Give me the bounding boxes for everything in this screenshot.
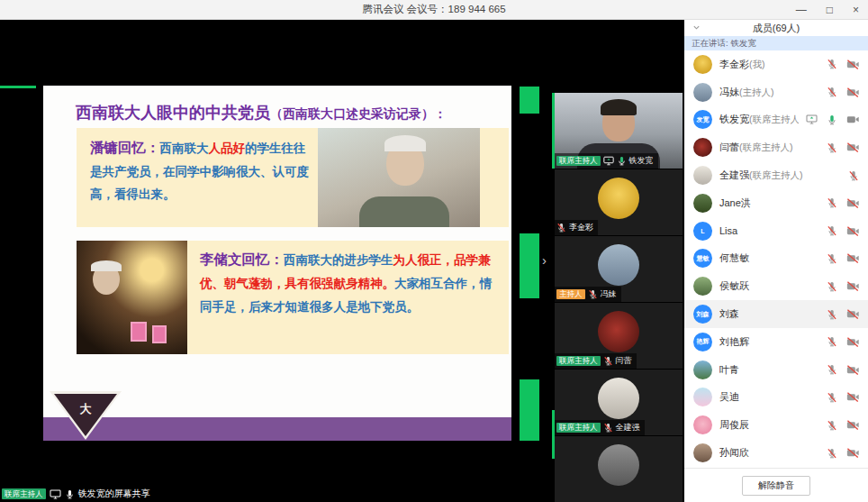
shared-screen-stage: 西南联大人眼中的中共党员（西南联大口述史采访记录）： 潘镛回忆：西南联大人品好的… (0, 20, 684, 502)
quote-segment: 潘镛回忆： (90, 140, 160, 155)
participant-name: 冯妹 (601, 288, 617, 300)
avatar (693, 277, 712, 296)
member-row[interactable]: 周俊辰 (684, 411, 868, 439)
share-border-fragment (520, 87, 539, 114)
screen-share-icon (50, 489, 61, 499)
person-silhouette (601, 99, 637, 115)
members-list: 李金彩(我) (684, 50, 868, 468)
mic-off-icon (827, 253, 837, 264)
chevron-down-icon[interactable] (692, 23, 701, 32)
avatar (693, 194, 712, 213)
avatar (693, 361, 712, 379)
role-badge: 联席主持人 (556, 156, 601, 167)
member-row[interactable]: 吴迪 (684, 384, 868, 412)
member-row[interactable]: 李金彩(我) (684, 50, 868, 78)
mic-off-icon (827, 392, 837, 403)
member-row[interactable]: L Lisa (684, 217, 868, 245)
avatar (693, 388, 712, 406)
minimize-icon[interactable]: — (796, 5, 807, 15)
share-status-bar: 联席主持人 铁发宽的屏幕共享 (2, 488, 150, 500)
titlebar: 腾讯会议 会议号：189 944 665 — □ × (0, 0, 868, 20)
member-status-icons (827, 87, 859, 97)
camera-off-icon (846, 87, 859, 97)
member-name: 孙闻欣 (719, 446, 819, 460)
avatar: L (693, 222, 712, 241)
member-status-icons (827, 336, 859, 347)
quote-block-li-chuwen: 李储文回忆：西南联大的进步学生为人很正，品学兼优、朝气蓬勃，具有很强献身精神。大… (77, 241, 509, 354)
participant-name: 全建强 (616, 422, 640, 434)
mic-off-icon (827, 197, 837, 208)
avatar: 刘森 (693, 305, 712, 324)
member-row[interactable]: 叶青 (684, 356, 868, 384)
photo-figure (152, 325, 167, 343)
photo-figure (131, 322, 147, 342)
video-tile[interactable]: 联席主持人 全建强 (555, 370, 683, 435)
mic-off-icon (603, 423, 613, 433)
camera-off-icon (846, 392, 859, 402)
mic-off-icon (556, 223, 566, 233)
video-tile[interactable]: 主持人 冯妹 (555, 236, 683, 302)
tile-label: 联席主持人 铁发宽 (555, 153, 658, 169)
mic-off-icon (827, 87, 837, 97)
member-row[interactable]: Jane洪 (684, 189, 868, 217)
member-name: 铁发宽(联席主持人) (719, 113, 799, 126)
member-status-icons (827, 142, 859, 153)
camera-off-icon (846, 59, 859, 69)
camera-on-icon (846, 114, 859, 124)
mic-off-icon (827, 281, 837, 292)
mic-off-icon (848, 170, 859, 181)
participant-name: 闫蕾 (616, 355, 632, 367)
unmute-button[interactable]: 解除静音 (742, 476, 810, 496)
member-row[interactable]: 侯敏跃 (684, 272, 868, 300)
video-tile[interactable]: 联席主持人 闫蕾 (555, 303, 683, 369)
camera-off-icon (846, 226, 859, 236)
maximize-icon[interactable]: □ (827, 5, 833, 15)
member-row[interactable]: 冯妹(主持人) (684, 78, 868, 106)
video-tile[interactable] (555, 436, 683, 502)
member-row[interactable]: 慧敏 何慧敏 (684, 245, 868, 273)
member-row[interactable]: 艳辉 刘艳辉 (684, 328, 868, 356)
member-status-icons (827, 281, 859, 292)
mic-off-icon (827, 420, 837, 431)
video-tile[interactable]: 联席主持人 铁发宽 (555, 93, 683, 169)
member-status-icons (827, 59, 859, 69)
member-row[interactable]: 孙闻欣 (684, 439, 868, 467)
member-row[interactable]: 发宽 铁发宽(联席主持人) (684, 106, 868, 134)
camera-off-icon (846, 448, 859, 458)
window-title: 腾讯会议 会议号：189 944 665 (362, 3, 505, 16)
members-panel: 成员(69人) 正在讲话: 铁发宽 李金彩(我) (684, 20, 868, 502)
avatar (598, 311, 639, 352)
members-header: 成员(69人) (684, 20, 868, 36)
member-status-icons (827, 448, 859, 459)
presentation-slide: 西南联大人眼中的中共党员（西南联大口述史采访记录）： 潘镛回忆：西南联大人品好的… (43, 86, 511, 441)
photo-figure (359, 196, 449, 227)
slide-footer-bar (43, 417, 511, 441)
tencent-meeting-window: 腾讯会议 会议号：189 944 665 — □ × 西南联大人眼中的中共党员（… (0, 0, 868, 502)
members-count-title: 成员(69人) (753, 22, 800, 35)
avatar: 艳辉 (693, 333, 712, 351)
member-row[interactable]: 全建强(联席主持人) (684, 161, 868, 189)
member-name: 全建强(联席主持人) (719, 169, 841, 182)
participant-name: 李金彩 (569, 222, 593, 233)
role-badge: 联席主持人 (556, 423, 601, 434)
role-badge: 联席主持人 (556, 356, 601, 367)
tile-label: 主持人 冯妹 (555, 287, 621, 302)
avatar (693, 166, 712, 185)
slide-title: 西南联大人眼中的中共党员（西南联大口述史采访记录）： (76, 104, 504, 123)
quote-segment: 人品好 (209, 141, 246, 155)
camera-off-icon (846, 142, 859, 152)
video-tile[interactable]: 李金彩 (555, 169, 683, 235)
avatar (598, 178, 639, 219)
role-badge: 主持人 (556, 289, 585, 300)
video-strip-toggle[interactable]: › (542, 252, 547, 268)
avatar: 发宽 (693, 110, 712, 129)
tile-label: 李金彩 (555, 220, 598, 235)
member-row[interactable]: 闫蕾(联席主持人) (684, 133, 868, 161)
member-name: 吴迪 (719, 390, 819, 404)
member-name: Jane洪 (719, 196, 819, 210)
member-row[interactable]: 刘森 刘森 (684, 300, 868, 328)
mic-off-icon (827, 225, 837, 236)
window-controls: — □ × (796, 0, 859, 20)
camera-off-icon (846, 365, 859, 375)
close-icon[interactable]: × (853, 5, 859, 15)
